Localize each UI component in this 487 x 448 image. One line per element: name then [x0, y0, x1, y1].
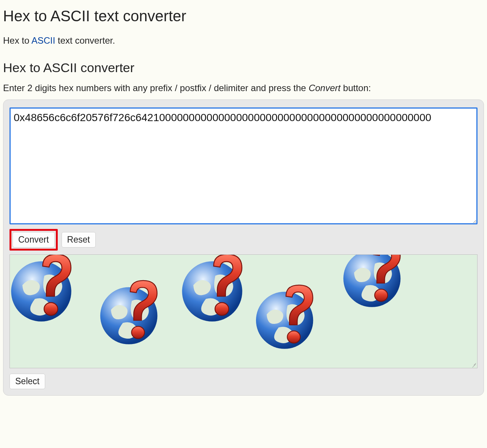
- button-row: Convert Reset: [9, 229, 478, 251]
- select-row: Select: [9, 374, 478, 389]
- instruction-em: Convert: [308, 83, 340, 93]
- hex-input[interactable]: [9, 107, 478, 224]
- resize-handle-icon[interactable]: [471, 362, 476, 367]
- svg-point-3: [131, 327, 144, 339]
- svg-point-5: [215, 303, 229, 315]
- globe-question-icon: [255, 283, 324, 359]
- convert-button[interactable]: Convert: [13, 232, 55, 248]
- converter-panel: Convert Reset: [3, 99, 484, 396]
- globe-question-icon: [181, 254, 253, 332]
- intro-pre: Hex to: [3, 35, 32, 46]
- svg-point-7: [287, 331, 300, 343]
- select-button[interactable]: Select: [9, 374, 45, 389]
- page-title: Hex to ASCII text converter: [3, 8, 484, 25]
- intro-post: text converter.: [55, 35, 115, 46]
- svg-point-1: [44, 303, 58, 315]
- instruction-post: button:: [340, 83, 371, 93]
- section-title: Hex to ASCII converter: [3, 60, 484, 75]
- reset-button[interactable]: Reset: [62, 232, 96, 248]
- output-area: [9, 254, 478, 368]
- instruction-text: Enter 2 digits hex numbers with any pref…: [3, 83, 484, 93]
- convert-highlight: Convert: [9, 229, 58, 251]
- intro-text: Hex to ASCII text converter.: [3, 35, 484, 46]
- globe-question-icon: [10, 254, 82, 332]
- globe-question-icon: [342, 254, 411, 317]
- ascii-link[interactable]: ASCII: [32, 35, 55, 46]
- svg-point-9: [375, 289, 387, 301]
- instruction-pre: Enter 2 digits hex numbers with any pref…: [3, 83, 308, 93]
- globe-question-icon: [99, 279, 168, 355]
